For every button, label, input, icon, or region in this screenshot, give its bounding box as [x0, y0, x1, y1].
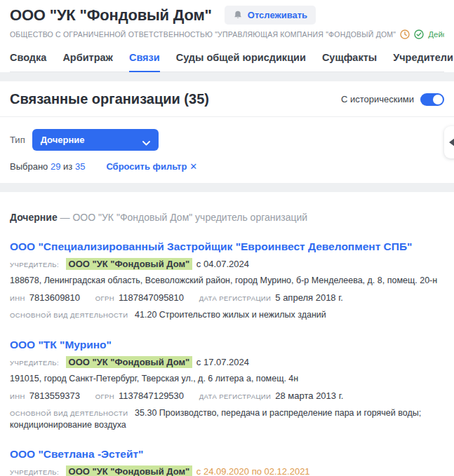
list-heading: Дочерние — ООО "УК "Фондовый Дом" учреди… — [10, 212, 444, 223]
founder-row: УЧРЕДИТЕЛЬ: ООО "УК "Фондовый Дом" с 24.… — [10, 466, 444, 476]
page-title: ООО "УК "Фондовый Дом" — [10, 6, 212, 25]
tab-bar: Сводка Арбитраж Связи Суды общей юрисдик… — [10, 45, 444, 72]
founder-label: УЧРЕДИТЕЛЬ: — [10, 359, 59, 367]
founder-label: УЧРЕДИТЕЛЬ: — [10, 261, 59, 268]
tab-uchrediteli[interactable]: Учредители — [393, 45, 453, 72]
type-filter-label: Тип — [10, 135, 25, 145]
reg-date-label: ДАТА РЕГИСТРАЦИИ — [199, 294, 272, 302]
tab-svodka[interactable]: Сводка — [10, 45, 46, 72]
founder-row: УЧРЕДИТЕЛЬ: ООО "УК "Фондовый Дом" с 17.… — [10, 357, 444, 368]
ogrn-label: ОГРН — [95, 294, 114, 302]
ogrn-label: ОГРН — [95, 393, 114, 400]
list-heading-type: Дочерние — [10, 212, 58, 223]
company-full-name: ОБЩЕСТВО С ОГРАНИЧЕННОЙ ОТВЕТСТВЕННОСТЬЮ… — [10, 30, 396, 39]
companies-list: Дочерние — ООО "УК "Фондовый Дом" учреди… — [0, 192, 454, 476]
company-header: ООО "УК "Фондовый Дом" Отслеживать ОБЩЕС… — [0, 0, 454, 72]
founder-row: УЧРЕДИТЕЛЬ: ООО "УК "Фондовый Дом" с 04.… — [10, 259, 444, 270]
ogrn-value: 1137847129530 — [119, 390, 184, 401]
activity-label: ОСНОВНОЙ ВИД ДЕЯТЕЛЬНОСТИ — [10, 409, 128, 417]
historical-toggle-label: С историческими — [341, 94, 414, 104]
bell-icon — [233, 10, 243, 20]
inn-value: 7813609810 — [29, 292, 80, 303]
activity-row: ОСНОВНОЙ ВИД ДЕЯТЕЛЬНОСТИ 35.30 Производ… — [10, 407, 444, 430]
toggle-knob — [433, 95, 443, 104]
side-panel-collapse-button[interactable] — [444, 126, 454, 158]
reg-date-label: ДАТА РЕГИСТРАЦИИ — [199, 393, 272, 400]
inn-value: 7813559373 — [29, 390, 80, 401]
activity-value: 41.20 Строительство жилых и нежилых здан… — [135, 310, 326, 320]
type-filter-value: Дочерние — [41, 135, 85, 145]
inn-label: ИНН — [10, 393, 25, 400]
tab-svyazi[interactable]: Связи — [129, 45, 160, 72]
company-card: ООО "Светлана -Эстейт" УЧРЕДИТЕЛЬ: ООО "… — [10, 448, 444, 476]
inn-label: ИНН — [10, 294, 25, 302]
founder-highlight: ООО "УК "Фондовый Дом" — [66, 258, 193, 270]
activity-label: ОСНОВНОЙ ВИД ДЕЯТЕЛЬНОСТИ — [10, 311, 128, 319]
tab-suschfakty[interactable]: Сущфакты — [322, 45, 377, 72]
clear-filter-label: Сбросить фильтр — [106, 161, 187, 172]
section-title: Связанные организации (35) — [10, 91, 209, 107]
track-button-label: Отслеживать — [248, 10, 307, 20]
type-filter-select[interactable]: Дочерние — [32, 129, 159, 151]
clock-icon — [400, 29, 410, 39]
close-icon: ✕ — [189, 161, 197, 172]
founder-period: с 04.07.2024 — [196, 259, 249, 269]
status-badge: Действующая организация — [428, 30, 444, 39]
historical-toggle[interactable] — [420, 93, 444, 106]
requisites-row: ИНН7813609810 ОГРН1187847095810 ДАТА РЕГ… — [10, 292, 444, 304]
arrow-left-icon — [449, 138, 454, 147]
company-name-link[interactable]: ООО "ТК "Мурино" — [10, 339, 112, 351]
founder-period-historical: с 24.09.2020 по 02.12.2021 — [196, 466, 310, 476]
company-address: 191015, город Санкт-Петербург, Тверская … — [10, 374, 444, 385]
tab-sudy-obshchey-yurisdiktsii[interactable]: Суды общей юрисдикции — [176, 45, 306, 72]
company-card: ООО "ТК "Мурино" УЧРЕДИТЕЛЬ: ООО "УК "Фо… — [10, 339, 444, 430]
check-circle-icon — [414, 29, 424, 39]
founder-label: УЧРЕДИТЕЛЬ: — [10, 468, 59, 476]
founder-highlight: ООО "УК "Фондовый Дом" — [66, 356, 193, 368]
company-name-link[interactable]: ООО "Светлана -Эстейт" — [10, 448, 143, 461]
founder-highlight: ООО "УК "Фондовый Дом" — [66, 465, 193, 476]
selected-of: из — [63, 161, 72, 172]
activity-row: ОСНОВНОЙ ВИД ДЕЯТЕЛЬНОСТИ 41.20 Строител… — [10, 309, 444, 321]
clear-filter-button[interactable]: Сбросить фильтр✕ — [106, 161, 197, 172]
list-heading-description: — ООО "УК "Фондовый Дом" учредитель орга… — [60, 212, 308, 223]
company-card: ООО "Специализированный Застройщик "Евро… — [10, 240, 444, 321]
track-button[interactable]: Отслеживать — [225, 6, 316, 25]
ogrn-value: 1187847095810 — [119, 292, 184, 303]
selected-prefix: Выбрано — [10, 161, 48, 172]
related-organizations-panel: Связанные организации (35) С исторически… — [0, 81, 454, 183]
requisites-row: ИНН7813559373 ОГРН1137847129530 ДАТА РЕГ… — [10, 390, 444, 402]
founder-period: с 17.07.2024 — [196, 357, 249, 367]
divider — [0, 116, 454, 117]
company-address: 188678, Ленинградская область, Всеволожс… — [10, 276, 444, 287]
reg-date-value: 5 апреля 2018 г. — [275, 292, 343, 303]
chevron-down-icon — [142, 137, 150, 142]
selected-count: 29 — [51, 161, 60, 172]
company-name-link[interactable]: ООО "Специализированный Застройщик "Евро… — [10, 240, 412, 253]
selected-total: 35 — [75, 161, 85, 172]
tab-arbitrazh[interactable]: Арбитраж — [62, 45, 113, 72]
reg-date-value: 28 марта 2013 г. — [275, 390, 343, 401]
